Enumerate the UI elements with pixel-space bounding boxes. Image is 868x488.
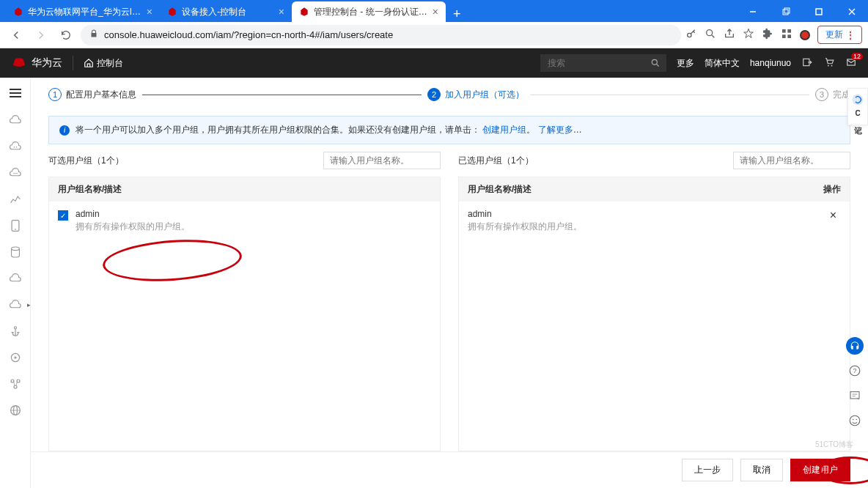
huawei-favicon-icon bbox=[167, 7, 177, 17]
brand-text: 华为云 bbox=[32, 56, 62, 70]
window-controls bbox=[736, 1, 868, 22]
console-link[interactable]: 控制台 bbox=[84, 57, 123, 70]
reload-button[interactable] bbox=[56, 25, 76, 45]
group-table: 用户组名称/描述 ✓ admin 拥有所有操作权限的用户组。 bbox=[48, 177, 441, 451]
help-icon[interactable]: ? bbox=[846, 362, 864, 380]
brand-logo[interactable]: 华为云 bbox=[11, 56, 62, 70]
svg-rect-44 bbox=[850, 392, 859, 399]
table-header: 用户组名称/描述 bbox=[49, 177, 440, 202]
url-field[interactable]: console.huaweicloud.com/iam/?region=cn-n… bbox=[81, 25, 681, 45]
panel-title: 可选用户组（1个） bbox=[48, 155, 124, 167]
menu-toggle-icon[interactable] bbox=[5, 84, 26, 106]
feedback-icon[interactable] bbox=[846, 387, 864, 404]
close-icon[interactable]: × bbox=[147, 6, 152, 18]
group-selector: 可选用户组（1个） 用户组名称/描述 ✓ admin 拥有所有操作权限的用户组。 bbox=[31, 152, 868, 451]
tab-title: 设备接入-控制台 bbox=[182, 6, 274, 18]
step-2[interactable]: 2加入用户组（可选） bbox=[427, 88, 524, 101]
target-icon[interactable] bbox=[1, 346, 29, 369]
table-header: 用户组名称/描述 操作 bbox=[459, 177, 850, 202]
enter-icon[interactable] bbox=[801, 57, 813, 70]
header-search[interactable] bbox=[540, 54, 666, 72]
headset-icon[interactable] bbox=[846, 337, 864, 355]
huawei-favicon-icon bbox=[13, 7, 23, 17]
browser-tab[interactable]: 设备接入-控制台 × bbox=[160, 1, 292, 22]
main-area: 1配置用户基本信息 2加入用户组（可选） 3完成 i 将一个用户可以加入多个用户… bbox=[0, 78, 868, 488]
selected-groups-panel: 已选用户组（1个） 用户组名称/描述 操作 admin 拥有所有操作权限 bbox=[458, 152, 850, 451]
row-content: admin 拥有所有操作权限的用户组。 bbox=[468, 209, 818, 233]
cancel-button[interactable]: 取消 bbox=[740, 459, 783, 481]
forward-button[interactable] bbox=[31, 25, 51, 45]
close-icon[interactable]: × bbox=[279, 6, 284, 18]
create-user-button[interactable]: 创建用户 bbox=[790, 459, 850, 481]
svg-point-46 bbox=[853, 419, 854, 421]
tab-title: 华为云物联网平台_华为云IoT平台 bbox=[28, 6, 142, 18]
key-icon[interactable] bbox=[685, 28, 697, 42]
browser-tab-active[interactable]: 管理控制台 - 统一身份认证服务 × bbox=[292, 1, 446, 22]
close-icon[interactable]: × bbox=[433, 6, 438, 18]
divider bbox=[73, 56, 73, 70]
lang-link[interactable]: 简体中文 bbox=[705, 57, 740, 70]
learn-more-link[interactable]: 了解更多 bbox=[538, 125, 573, 135]
search-icon[interactable] bbox=[650, 58, 661, 68]
svg-point-47 bbox=[856, 419, 858, 421]
create-group-link[interactable]: 创建用户组 bbox=[482, 125, 526, 135]
remove-button[interactable]: × bbox=[825, 209, 841, 222]
group-search-input[interactable] bbox=[330, 155, 440, 166]
user-link[interactable]: hanqiunuo bbox=[750, 58, 791, 68]
group-desc: 拥有所有操作权限的用户组。 bbox=[468, 221, 818, 233]
new-tab-button[interactable]: + bbox=[446, 7, 468, 22]
search-icon[interactable] bbox=[705, 28, 716, 42]
header-search-input[interactable] bbox=[540, 54, 650, 72]
close-window-button[interactable] bbox=[835, 1, 868, 22]
more-link[interactable]: 更多 bbox=[677, 57, 694, 70]
database-icon[interactable] bbox=[1, 240, 29, 264]
cloud-line-icon[interactable] bbox=[1, 161, 29, 185]
cart-icon[interactable] bbox=[823, 57, 835, 70]
step-num-icon: 1 bbox=[48, 88, 62, 101]
back-button[interactable] bbox=[6, 25, 26, 45]
mail-icon[interactable]: 12 bbox=[845, 57, 857, 70]
cloud2-icon[interactable] bbox=[1, 267, 29, 290]
step-1[interactable]: 1配置用户基本信息 bbox=[48, 88, 136, 101]
sep: 。 bbox=[526, 125, 535, 135]
globe-icon[interactable] bbox=[1, 399, 29, 422]
svg-rect-12 bbox=[787, 34, 791, 38]
smile-icon[interactable] bbox=[846, 412, 864, 429]
step-line bbox=[142, 95, 422, 95]
svg-point-13 bbox=[652, 59, 657, 64]
note-widget[interactable]: C 笔记 bbox=[847, 88, 868, 125]
nodes-icon[interactable] bbox=[1, 372, 29, 396]
maximize-button[interactable] bbox=[802, 1, 835, 22]
share-icon[interactable] bbox=[724, 28, 735, 42]
group-search-input[interactable] bbox=[740, 155, 850, 166]
anchor-icon[interactable] bbox=[1, 319, 29, 343]
info-icon: i bbox=[59, 125, 70, 136]
step-3[interactable]: 3完成 bbox=[815, 88, 850, 101]
cloud-icon[interactable] bbox=[1, 108, 29, 132]
prev-button[interactable]: 上一步 bbox=[682, 459, 733, 481]
minimize-button[interactable] bbox=[736, 1, 769, 22]
group-row[interactable]: ✓ admin 拥有所有操作权限的用户组。 bbox=[49, 202, 440, 240]
restore-button[interactable] bbox=[769, 1, 802, 22]
device-icon[interactable] bbox=[1, 214, 29, 237]
panel-header: 可选用户组（1个） bbox=[48, 152, 441, 169]
available-groups-panel: 可选用户组（1个） 用户组名称/描述 ✓ admin 拥有所有操作权限的用户组。 bbox=[48, 152, 441, 451]
ellipsis: … bbox=[573, 125, 582, 135]
browser-tab[interactable]: 华为云物联网平台_华为云IoT平台 × bbox=[6, 1, 160, 22]
group-search[interactable] bbox=[733, 152, 850, 169]
svg-point-45 bbox=[850, 415, 860, 426]
update-label: 更新 bbox=[825, 29, 843, 41]
grid-icon[interactable] bbox=[781, 28, 792, 42]
svg-point-16 bbox=[828, 64, 829, 66]
update-button[interactable]: 更新⋮ bbox=[817, 26, 862, 44]
group-search[interactable] bbox=[323, 152, 441, 169]
puzzle-icon[interactable] bbox=[762, 28, 773, 42]
record-icon[interactable] bbox=[800, 30, 810, 40]
checkbox-checked-icon[interactable]: ✓ bbox=[58, 210, 68, 221]
cloud3-icon[interactable] bbox=[1, 293, 29, 317]
cloud-dot-icon[interactable] bbox=[1, 135, 29, 158]
chart-icon[interactable] bbox=[1, 188, 29, 211]
content-area: 1配置用户基本信息 2加入用户组（可选） 3完成 i 将一个用户可以加入多个用户… bbox=[31, 78, 868, 488]
star-icon[interactable] bbox=[743, 28, 754, 42]
svg-line-14 bbox=[657, 64, 659, 67]
